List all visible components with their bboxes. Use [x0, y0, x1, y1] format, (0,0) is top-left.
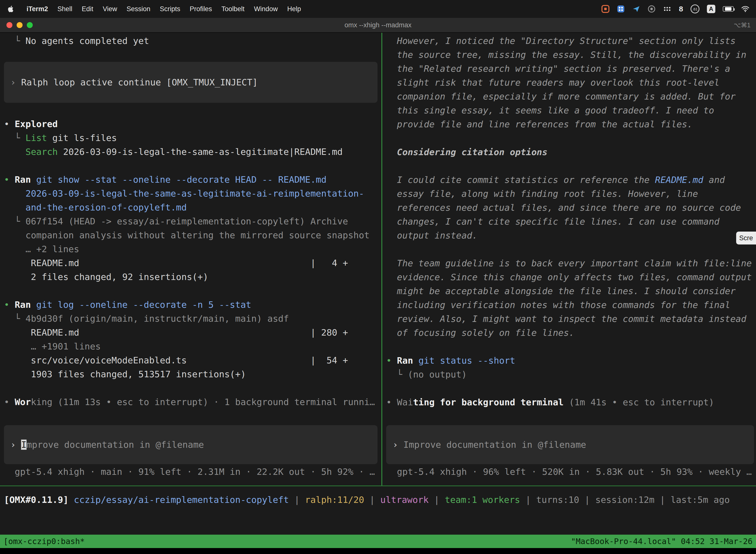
- terminal-line: this single essay, it seems like a good …: [386, 104, 756, 117]
- menu-item-shell[interactable]: Shell: [53, 5, 77, 13]
- apple-menu-icon[interactable]: [7, 5, 15, 13]
- terminal-line: I could cite commit statistics or refere…: [386, 173, 756, 187]
- terminal-line: However, I noticed the "Directory Struct…: [386, 34, 756, 48]
- menu-item-iterm2[interactable]: iTerm2: [22, 5, 53, 13]
- text-segment: the "Related research writing" section i…: [386, 63, 730, 74]
- terminal-line: evidence. Since this change only affects…: [386, 270, 756, 284]
- wifi-icon[interactable]: [741, 6, 750, 12]
- text-segment: git show --stat --oneline --decorate HEA…: [31, 174, 326, 185]
- text-segment: including verification notes with those …: [386, 300, 730, 310]
- left-prompt-input[interactable]: › Improve documentation in @filename: [4, 425, 378, 464]
- text-segment: cczip/essay/ai-reimplementation-copyleft: [74, 495, 289, 505]
- text-segment: I could cite commit statistics or refere…: [386, 175, 655, 185]
- menu-item-toolbelt[interactable]: Toolbelt: [217, 5, 249, 13]
- tmux-session-window[interactable]: [omx-cczip0:bash*: [3, 537, 85, 546]
- menu-item-view[interactable]: View: [98, 5, 122, 13]
- text-segment: ›: [10, 77, 21, 88]
- text-segment: README.md: [655, 175, 703, 185]
- menu-item-window[interactable]: Window: [249, 5, 282, 13]
- text-segment: Explored: [15, 119, 58, 129]
- left-terminal-output: • Explored └ List git ls-files Search 20…: [4, 117, 381, 409]
- window-shortcut-badge: ⌥⌘1: [734, 21, 756, 29]
- screen-recording-indicator-icon[interactable]: [602, 5, 610, 13]
- terminal-line: might be acceptable alongside the file l…: [386, 284, 756, 298]
- terminal-line: essay file, along with finding root file…: [386, 187, 756, 201]
- terminal-line: The team guideline is to back every impo…: [386, 257, 756, 270]
- terminal-line: references need actual files, and since …: [386, 201, 756, 215]
- text-segment: evidence. Since this change only affects…: [386, 272, 752, 282]
- text-segment: the source tree, missing the essay. Stil…: [386, 50, 746, 60]
- text-segment: └: [386, 369, 408, 380]
- terminal-line: Search 2026-03-09-is-legal-the-same-as-l…: [4, 145, 381, 159]
- terminal-line: [386, 159, 756, 173]
- text-segment: └: [4, 314, 25, 324]
- terminal-line: … +1901 lines: [4, 340, 381, 353]
- text-segment: companion file, especially if more comme…: [386, 91, 736, 102]
- terminal-line: [4, 159, 381, 173]
- terminal-line: • Ran git log --oneline --decorate -n 5 …: [4, 298, 381, 312]
- text-segment: mprove documentation in @filename: [26, 440, 204, 450]
- text-segment: 2026-03-09-is-legal-the-same-as-legitima…: [58, 147, 343, 157]
- share-icon[interactable]: [632, 5, 640, 13]
- text-segment: [4, 147, 25, 157]
- text-segment: ›: [10, 440, 21, 450]
- terminal-line: gpt-5.4 xhigh · 96% left · 520K in · 5.8…: [386, 465, 756, 479]
- terminal-line: • Explored: [4, 117, 381, 131]
- text-segment: Ran: [397, 355, 413, 366]
- text-segment: turns:10: [536, 495, 579, 505]
- menu-item-scripts[interactable]: Scripts: [155, 5, 185, 13]
- terminal-line: └ 4b9d30f (origin/main, instructkr/main,…: [4, 312, 381, 326]
- text-segment: team:1 workers: [445, 495, 520, 505]
- terminal-line: 1903 files changed, 513517 insertions(+): [4, 367, 381, 381]
- text-segment: 4b9d30f (origin/main, instructkr/main, m…: [25, 314, 289, 324]
- text-segment: └: [4, 216, 25, 226]
- terminal-line: › Ralph loop active continue [OMX_TMUX_I…: [10, 75, 258, 89]
- text-segment: and: [703, 175, 725, 185]
- text-segment: last:5m ago: [671, 495, 730, 505]
- menu-item-session[interactable]: Session: [122, 5, 155, 13]
- text-segment: ting for background terminal: [413, 397, 564, 407]
- terminal-line: including verification notes with those …: [386, 298, 756, 312]
- menu-item-help[interactable]: Help: [282, 5, 306, 13]
- omx-status-bar: [OMX#0.11.9] cczip/essay/ai-reimplementa…: [4, 493, 756, 507]
- right-prompt-input[interactable]: › Improve documentation in @filename: [386, 425, 754, 464]
- window-title-bar: omx --xhigh --madmax ⌥⌘1: [0, 18, 756, 33]
- text-segment: output instead.: [386, 230, 478, 240]
- terminal-line: • Ran git show --stat --oneline --decora…: [4, 173, 381, 187]
- terminal-line: the source tree, missing the essay. Stil…: [386, 48, 756, 62]
- camera-icon[interactable]: [648, 5, 655, 13]
- gauge-icon[interactable]: .61: [691, 4, 699, 13]
- input-source-icon[interactable]: A: [707, 5, 715, 13]
- screen-edge-tab[interactable]: Scre: [736, 232, 756, 244]
- terminal-line: companion file, especially if more comme…: [386, 90, 756, 104]
- text-segment: •: [4, 397, 15, 407]
- terminal-line: … +2 lines: [4, 242, 381, 256]
- battery-icon[interactable]: [723, 6, 734, 12]
- text-segment: Improve documentation in @filename: [403, 440, 586, 450]
- terminal-line: └ List git ls-files: [4, 131, 381, 145]
- text-segment: However, I noticed the "Directory Struct…: [386, 36, 736, 46]
- app-grid-icon[interactable]: [617, 5, 625, 13]
- text-segment: and-the-erosion-of-copyleft.md: [25, 202, 187, 213]
- left-pane: └ No agents completed yet › Ralph loop a…: [0, 33, 381, 486]
- terminal-line: changes, I can't cite specific file line…: [386, 215, 756, 229]
- text-segment: Ran: [15, 299, 31, 310]
- terminal-line: [4, 284, 381, 298]
- text-segment: └: [4, 133, 25, 143]
- terminal-line: • Waiting for background terminal (1m 41…: [386, 395, 756, 409]
- badge-icon[interactable]: 8: [679, 5, 683, 13]
- menu-item-edit[interactable]: Edit: [77, 5, 98, 13]
- dots-menu-icon[interactable]: [663, 6, 672, 12]
- text-segment: List: [25, 133, 47, 143]
- text-segment: references need actual files, and since …: [386, 203, 741, 213]
- text-segment: 2 files changed, 92 insertions(+): [4, 272, 208, 282]
- menu-status-icons: 8 .61 A: [602, 4, 756, 13]
- text-segment: └: [4, 36, 25, 46]
- terminal-line: [386, 131, 756, 145]
- terminal-line: slight risk that future readers may over…: [386, 76, 756, 90]
- menu-item-profiles[interactable]: Profiles: [185, 5, 217, 13]
- tmux-status-bar: [omx-cczip0:bash* "MacBook-Pro-44.local"…: [0, 535, 756, 548]
- text-segment: |: [520, 495, 536, 505]
- text-segment: [OMX#0.11.9]: [4, 495, 68, 505]
- text-segment: •: [386, 355, 397, 366]
